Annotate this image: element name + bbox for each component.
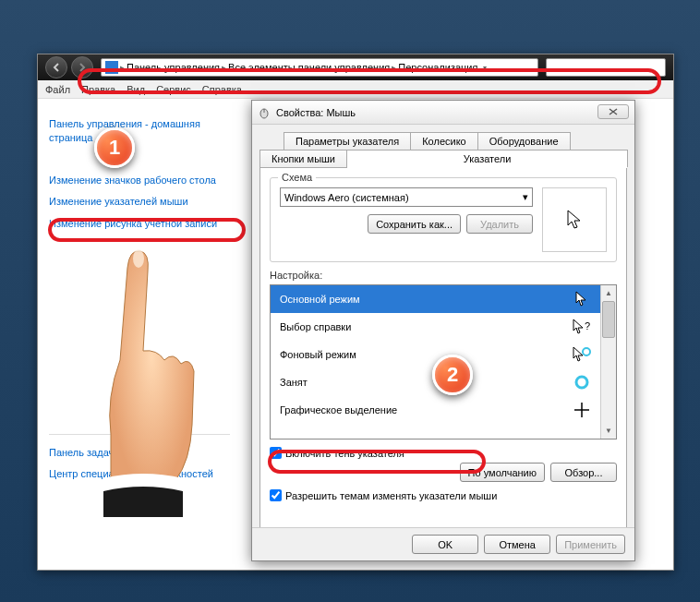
scroll-thumb[interactable]	[602, 301, 615, 338]
sidebar: Панель управления - домашняя страница Из…	[38, 99, 241, 570]
busy-cursor-icon	[573, 374, 591, 391]
svg-point-3	[583, 348, 590, 355]
sidebar-link-desktop-icons[interactable]: Изменение значков рабочего стола	[49, 174, 230, 187]
allow-themes-label: Разрешить темам изменять указатели мыши	[285, 490, 497, 501]
settings-label: Настройка:	[270, 270, 617, 281]
menu-tools[interactable]: Сервис	[156, 84, 191, 95]
svg-text:?: ?	[585, 320, 590, 331]
mouse-properties-dialog: Свойства: Мышь Параметры указателя Колес…	[251, 100, 635, 561]
enable-shadow-checkbox[interactable]	[270, 447, 282, 459]
breadcrumb-item[interactable]: Панель управления	[127, 62, 220, 73]
scheme-combobox[interactable]: Windows Aero (системная) ▾	[280, 187, 533, 207]
scheme-value: Windows Aero (системная)	[284, 192, 409, 203]
chevron-down-icon[interactable]: ▾	[483, 64, 487, 72]
svg-point-4	[576, 377, 587, 388]
scroll-up-button[interactable]: ▲	[601, 285, 616, 301]
menu-file[interactable]: Файл	[45, 84, 70, 95]
dialog-footer: OK Отмена Применить	[252, 527, 634, 560]
cursor-item-normal[interactable]: Основной режим	[271, 285, 600, 313]
cursor-label: Графическое выделение	[280, 404, 397, 415]
address-bar[interactable]: ▸ Панель управления ▸ Все элементы панел…	[101, 58, 538, 77]
tab-hardware[interactable]: Оборудование	[477, 132, 571, 150]
chevron-down-icon: ▾	[523, 191, 528, 203]
working-bg-cursor-icon	[573, 346, 591, 363]
menubar: Файл Правка Вид Сервис Справка	[38, 80, 673, 99]
sidebar-link-mouse-pointers[interactable]: Изменение указателей мыши	[49, 195, 230, 209]
allow-themes-checkbox[interactable]	[270, 489, 282, 501]
apply-button[interactable]: Применить	[556, 535, 625, 554]
close-button[interactable]	[597, 104, 629, 119]
arrow-cursor-icon	[573, 291, 591, 307]
defaults-button[interactable]: По умолчанию	[460, 463, 545, 482]
menu-help[interactable]: Справка	[202, 84, 242, 95]
search-input[interactable]	[546, 58, 666, 77]
cursor-list: Основной режим Выбор справки ? Фоновый р…	[270, 284, 617, 439]
cursor-label: Фоновый режим	[280, 349, 356, 360]
scheme-group-label: Схема	[278, 172, 316, 183]
scheme-group: Схема Windows Aero (системная) ▾ Сохрани…	[270, 177, 617, 262]
scrollbar[interactable]: ▲ ▼	[600, 285, 616, 439]
cursor-item-help[interactable]: Выбор справки ?	[271, 313, 600, 341]
browse-button[interactable]: Обзор...	[550, 463, 617, 482]
breadcrumb-item[interactable]: Все элементы панели управления	[228, 62, 390, 73]
cancel-button[interactable]: Отмена	[484, 535, 550, 554]
sidebar-link-taskbar[interactable]: Панель задач и меню "Пуск"	[49, 446, 230, 460]
cursor-preview	[542, 187, 607, 252]
tab-panel-pointers: Схема Windows Aero (системная) ▾ Сохрани…	[259, 167, 627, 535]
control-panel-icon	[105, 61, 118, 74]
nav-back-button[interactable]	[45, 56, 67, 78]
help-cursor-icon: ?	[573, 319, 591, 335]
dialog-title-text: Свойства: Мышь	[276, 107, 356, 118]
dialog-titlebar: Свойства: Мышь	[252, 101, 634, 125]
menu-view[interactable]: Вид	[127, 84, 145, 95]
sidebar-link-home[interactable]: Панель управления - домашняя страница	[49, 117, 230, 146]
tab-buttons[interactable]: Кнопки мыши	[259, 150, 347, 167]
delete-button[interactable]: Удалить	[466, 214, 533, 234]
mouse-icon	[258, 106, 271, 119]
enable-shadow-label: Включить тень указателя	[285, 448, 404, 459]
breadcrumb-item[interactable]: Персонализация	[398, 62, 477, 73]
cursor-item-working-bg[interactable]: Фоновый режим	[271, 341, 600, 368]
menu-edit[interactable]: Правка	[81, 84, 115, 95]
sidebar-link-ease-of-access[interactable]: Центр специальных возможностей	[49, 467, 230, 481]
scroll-down-button[interactable]: ▼	[601, 423, 616, 439]
cursor-label: Основной режим	[280, 294, 360, 305]
ok-button[interactable]: OK	[412, 535, 478, 554]
nav-forward-button[interactable]	[71, 56, 93, 78]
save-as-button[interactable]: Сохранить как...	[368, 214, 461, 234]
cursor-item-precision[interactable]: Графическое выделение	[271, 396, 600, 424]
cursor-label: Занят	[280, 377, 308, 388]
cursor-label: Выбор справки	[280, 321, 351, 332]
crosshair-cursor-icon	[573, 402, 591, 418]
tab-wheel[interactable]: Колесико	[410, 132, 478, 150]
sidebar-link-account-picture[interactable]: Изменение рисунка учетной записи	[49, 217, 230, 231]
cursor-item-busy[interactable]: Занят	[271, 368, 600, 396]
titlebar: ▸ Панель управления ▸ Все элементы панел…	[38, 54, 673, 80]
tab-pointer-options[interactable]: Параметры указателя	[284, 132, 411, 150]
tab-pointers[interactable]: Указатели	[346, 150, 628, 167]
